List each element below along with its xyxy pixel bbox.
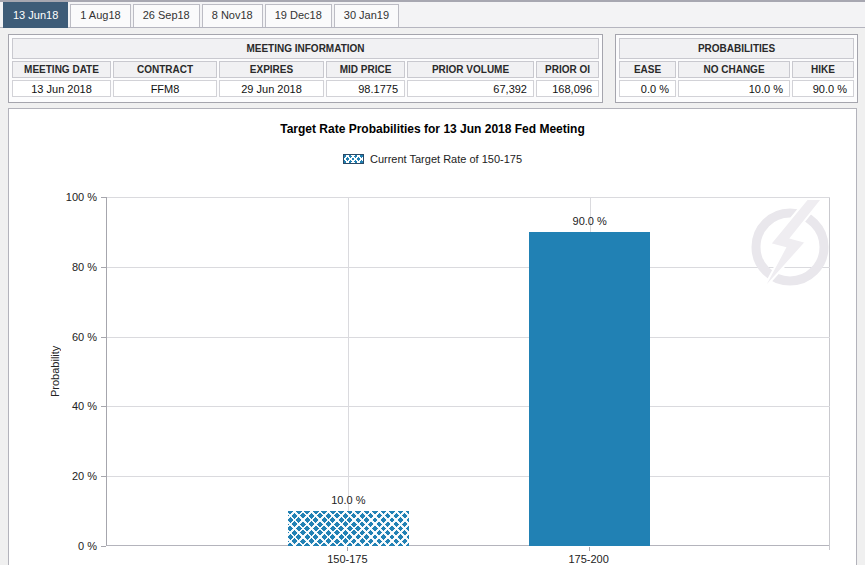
legend-label: Current Target Rate of 150-175 [370,153,522,165]
probabilities-value-no-change: 10.0 % [678,80,790,97]
meeting-date-tabs: 13 Jun181 Aug1826 Sep188 Nov1819 Dec1830… [0,2,865,28]
meeting-value-prior-oi: 168,096 [536,80,599,97]
y-tick-label: 60 % [49,330,97,344]
meeting-col-contract: CONTRACT [113,61,217,78]
gridline-20% [107,476,830,477]
quikstrike-watermark-icon [750,198,830,293]
gridline-100% [107,197,830,198]
meeting-col-mid-price: MID PRICE [326,61,405,78]
bar-150-175 [288,511,409,546]
probabilities-col-ease: EASE [619,61,676,78]
meeting-value-contract: FFM8 [113,80,217,97]
chart-title: Target Rate Probabilities for 13 Jun 201… [9,122,856,136]
probabilities-table: PROBABILITIES EASENO CHANGEHIKE 0.0 %10.… [615,34,858,103]
y-tick [101,406,106,407]
meeting-col-meeting-date: MEETING DATE [12,61,111,78]
meeting-information-header-row: MEETING DATECONTRACTEXPIRESMID PRICEPRIO… [12,61,599,78]
x-category-label-175-200: 175-200 [534,552,644,565]
probabilities-header-row: EASENO CHANGEHIKE [619,61,854,78]
meeting-value-mid-price: 98.1775 [326,80,405,97]
meeting-value-expires: 29 Jun 2018 [219,80,324,97]
x-category-label-150-175: 150-175 [292,552,402,565]
probabilities-title: PROBABILITIES [619,38,854,59]
x-tick [589,547,590,551]
y-tick [101,267,106,268]
y-axis-title: Probability [47,197,63,546]
meeting-col-expires: EXPIRES [219,61,324,78]
gridline-40% [107,406,830,407]
tab-13-jun18[interactable]: 13 Jun18 [3,2,68,28]
tab-26-sep18[interactable]: 26 Sep18 [133,4,200,27]
gridline-80% [107,267,830,268]
tab-30-jan19[interactable]: 30 Jan19 [334,4,399,27]
y-tick-label: 20 % [49,469,97,483]
y-tick-label: 40 % [49,399,97,413]
y-tick [101,546,106,547]
meeting-col-prior-volume: PRIOR VOLUME [407,61,534,78]
y-tick-label: 100 % [49,190,97,204]
tab-19-dec18[interactable]: 19 Dec18 [265,4,332,27]
gridline-60% [107,337,830,338]
meeting-value-meeting-date: 13 Jun 2018 [12,80,111,97]
chart-legend: Current Target Rate of 150-175 [9,153,856,165]
y-tick-label: 80 % [49,260,97,274]
probabilities-value-hike: 90.0 % [792,80,854,97]
y-tick [101,337,106,338]
probability-chart-panel: Target Rate Probabilities for 13 Jun 201… [8,108,857,565]
plot-area: 10.0 %90.0 % [106,197,830,546]
bar-value-label-150-175: 10.0 % [308,493,388,507]
tab-1-aug18[interactable]: 1 Aug18 [70,4,130,27]
probabilities-value-row: 0.0 %10.0 %90.0 % [619,80,854,97]
probabilities-col-hike: HIKE [792,61,854,78]
y-tick [101,197,106,198]
y-tick [101,476,106,477]
meeting-information-value-row: 13 Jun 2018FFM829 Jun 201898.177567,3921… [12,80,599,97]
legend-crosshatch-swatch-icon [343,154,364,164]
y-tick-label: 0 % [49,539,97,553]
x-tick [347,547,348,551]
bar-175-200 [529,232,650,546]
meeting-col-prior-oi: PRIOR OI [536,61,599,78]
meeting-information-title: MEETING INFORMATION [12,38,599,59]
probabilities-col-no-change: NO CHANGE [678,61,790,78]
meeting-information-table: MEETING INFORMATION MEETING DATECONTRACT… [8,34,603,103]
bar-value-label-175-200: 90.0 % [550,214,630,228]
probabilities-value-ease: 0.0 % [619,80,676,97]
tab-8-nov18[interactable]: 8 Nov18 [202,4,263,27]
meeting-value-prior-volume: 67,392 [407,80,534,97]
